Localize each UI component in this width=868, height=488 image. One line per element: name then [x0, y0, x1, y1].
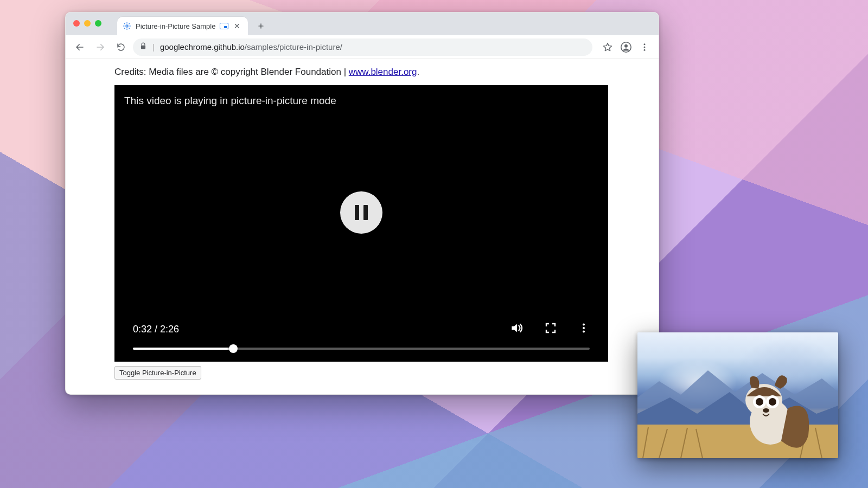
pip-floating-window[interactable]	[637, 332, 838, 458]
video-pause-button[interactable]	[340, 191, 382, 234]
video-progress-bar[interactable]	[133, 348, 590, 350]
titlebar: Picture-in-Picture Sample ✕	[66, 12, 659, 35]
svg-point-8	[583, 327, 585, 329]
new-tab-button[interactable]	[253, 18, 269, 34]
lock-icon	[139, 42, 147, 52]
video-progress-fill	[133, 348, 233, 350]
toolbar: | googlechrome.github.io/samples/picture…	[66, 35, 659, 59]
url-host: googlechrome.github.io	[160, 42, 245, 52]
window-controls	[73, 20, 101, 27]
toggle-pip-button[interactable]: Toggle Picture-in-Picture	[114, 366, 201, 380]
video-player[interactable]: This video is playing in picture-in-pict…	[114, 85, 608, 362]
svg-point-6	[644, 49, 646, 50]
svg-point-5	[644, 46, 646, 48]
svg-point-7	[583, 324, 585, 326]
fullscreen-button[interactable]	[544, 322, 557, 337]
profile-avatar-button[interactable]	[617, 38, 635, 56]
bookmark-star-button[interactable]	[599, 38, 616, 56]
credits-line: Credits: Media files are © copyright Ble…	[114, 67, 609, 78]
nav-back-button[interactable]	[71, 38, 88, 56]
svg-point-3	[624, 44, 628, 47]
page-content: Credits: Media files are © copyright Ble…	[66, 59, 659, 394]
tab-favicon-icon	[123, 22, 131, 30]
volume-button[interactable]	[509, 321, 524, 338]
svg-point-9	[583, 330, 585, 332]
tab-strip: Picture-in-Picture Sample ✕	[117, 12, 269, 35]
svg-point-0	[126, 25, 128, 27]
url-text: googlechrome.github.io/samples/picture-i…	[160, 42, 342, 52]
svg-point-4	[644, 43, 646, 45]
pause-icon	[355, 205, 368, 220]
svg-point-22	[769, 398, 776, 406]
toolbar-right	[599, 38, 653, 56]
svg-point-23	[763, 408, 769, 413]
window-zoom-button[interactable]	[95, 20, 101, 27]
svg-point-20	[756, 398, 763, 406]
window-close-button[interactable]	[73, 20, 80, 27]
video-controls: 0:32 / 2:26	[114, 321, 608, 362]
credits-link[interactable]: www.blender.org	[349, 67, 417, 77]
chrome-window: Picture-in-Picture Sample ✕ | googlechro…	[65, 12, 659, 395]
pip-video-frame-icon	[637, 332, 838, 458]
video-more-button[interactable]	[578, 322, 590, 337]
tab-close-button[interactable]: ✕	[233, 22, 241, 30]
credits-prefix: Credits: Media files are © copyright Ble…	[114, 67, 349, 77]
pip-indicator-icon	[220, 23, 228, 29]
tab-title: Picture-in-Picture Sample	[136, 22, 215, 30]
window-minimize-button[interactable]	[84, 20, 91, 27]
pip-overlay-message: This video is playing in picture-in-pict…	[124, 95, 336, 107]
omnibox-separator: |	[152, 42, 155, 52]
browser-tab[interactable]: Picture-in-Picture Sample ✕	[117, 17, 248, 35]
credits-suffix: .	[417, 67, 419, 77]
video-time-display: 0:32 / 2:26	[133, 324, 179, 335]
url-path: /samples/picture-in-picture/	[245, 42, 342, 52]
chrome-menu-button[interactable]	[636, 38, 653, 56]
reload-button[interactable]	[112, 38, 130, 56]
nav-forward-button[interactable]	[92, 38, 109, 56]
video-progress-thumb[interactable]	[229, 344, 238, 353]
svg-rect-1	[141, 46, 145, 49]
address-bar[interactable]: | googlechrome.github.io/samples/picture…	[133, 38, 592, 56]
